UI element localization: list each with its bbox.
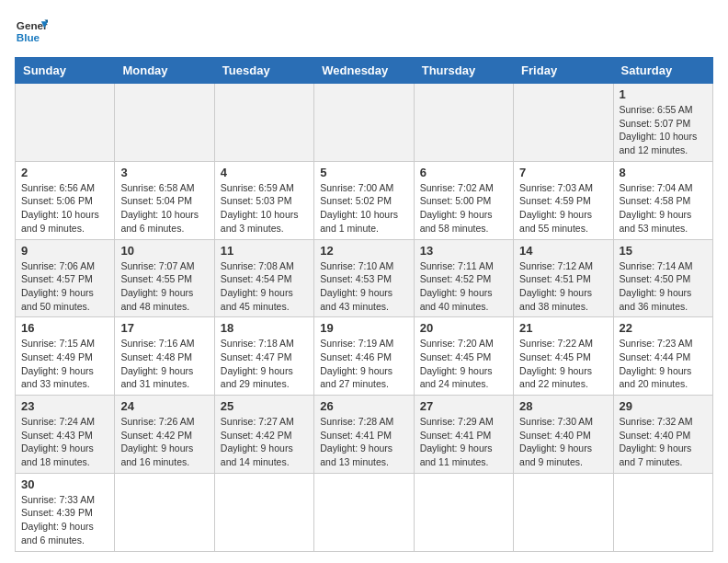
day-info: Sunrise: 7:07 AM Sunset: 4:55 PM Dayligh… bbox=[120, 259, 208, 314]
day-number: 25 bbox=[221, 399, 308, 413]
day-number: 28 bbox=[519, 399, 607, 413]
calendar-cell: 21Sunrise: 7:22 AM Sunset: 4:45 PM Dayli… bbox=[514, 317, 613, 396]
day-info: Sunrise: 7:06 AM Sunset: 4:57 PM Dayligh… bbox=[21, 259, 108, 314]
calendar-cell: 26Sunrise: 7:28 AM Sunset: 4:41 PM Dayli… bbox=[314, 396, 414, 474]
day-number: 2 bbox=[21, 166, 108, 179]
calendar-cell bbox=[613, 473, 712, 551]
calendar-cell bbox=[314, 473, 414, 551]
calendar-cell: 23Sunrise: 7:24 AM Sunset: 4:43 PM Dayli… bbox=[16, 396, 115, 474]
day-info: Sunrise: 7:12 AM Sunset: 4:51 PM Dayligh… bbox=[519, 259, 607, 314]
day-number: 9 bbox=[21, 244, 108, 258]
day-number: 16 bbox=[21, 321, 108, 335]
calendar-cell: 19Sunrise: 7:19 AM Sunset: 4:46 PM Dayli… bbox=[314, 317, 414, 396]
day-number: 5 bbox=[320, 166, 407, 179]
calendar-cell bbox=[314, 84, 414, 162]
day-number: 27 bbox=[420, 399, 507, 413]
calendar-cell: 29Sunrise: 7:32 AM Sunset: 4:40 PM Dayli… bbox=[613, 396, 712, 474]
calendar-cell: 17Sunrise: 7:16 AM Sunset: 4:48 PM Dayli… bbox=[115, 317, 214, 396]
day-number: 10 bbox=[120, 244, 208, 258]
calendar-week-3: 9Sunrise: 7:06 AM Sunset: 4:57 PM Daylig… bbox=[16, 239, 713, 317]
day-info: Sunrise: 7:33 AM Sunset: 4:39 PM Dayligh… bbox=[21, 493, 108, 547]
day-info: Sunrise: 7:20 AM Sunset: 4:45 PM Dayligh… bbox=[420, 337, 507, 391]
day-number: 26 bbox=[320, 399, 407, 413]
weekday-header-thursday: Thursday bbox=[414, 58, 513, 84]
day-number: 7 bbox=[519, 166, 607, 179]
day-info: Sunrise: 6:58 AM Sunset: 5:04 PM Dayligh… bbox=[120, 181, 208, 236]
day-info: Sunrise: 7:26 AM Sunset: 4:42 PM Dayligh… bbox=[120, 415, 208, 469]
day-info: Sunrise: 7:00 AM Sunset: 5:02 PM Dayligh… bbox=[320, 181, 407, 236]
calendar-cell: 13Sunrise: 7:11 AM Sunset: 4:52 PM Dayli… bbox=[414, 239, 513, 317]
calendar-week-5: 23Sunrise: 7:24 AM Sunset: 4:43 PM Dayli… bbox=[16, 396, 713, 474]
calendar-cell: 3Sunrise: 6:58 AM Sunset: 5:04 PM Daylig… bbox=[115, 161, 214, 239]
calendar-cell: 9Sunrise: 7:06 AM Sunset: 4:57 PM Daylig… bbox=[16, 239, 115, 317]
day-info: Sunrise: 7:23 AM Sunset: 4:44 PM Dayligh… bbox=[620, 337, 707, 391]
day-number: 23 bbox=[21, 399, 108, 413]
calendar-cell: 22Sunrise: 7:23 AM Sunset: 4:44 PM Dayli… bbox=[613, 317, 712, 396]
day-info: Sunrise: 7:30 AM Sunset: 4:40 PM Dayligh… bbox=[519, 415, 607, 469]
day-info: Sunrise: 7:27 AM Sunset: 4:42 PM Dayligh… bbox=[221, 415, 308, 469]
day-number: 1 bbox=[620, 87, 707, 101]
day-number: 12 bbox=[320, 244, 407, 258]
day-number: 13 bbox=[420, 244, 507, 258]
day-info: Sunrise: 7:24 AM Sunset: 4:43 PM Dayligh… bbox=[21, 415, 108, 469]
calendar-cell bbox=[214, 473, 313, 551]
day-info: Sunrise: 7:03 AM Sunset: 4:59 PM Dayligh… bbox=[519, 181, 607, 236]
day-info: Sunrise: 7:16 AM Sunset: 4:48 PM Dayligh… bbox=[120, 337, 208, 391]
day-number: 30 bbox=[21, 477, 108, 491]
weekday-header-tuesday: Tuesday bbox=[214, 58, 313, 84]
calendar-cell: 27Sunrise: 7:29 AM Sunset: 4:41 PM Dayli… bbox=[414, 396, 513, 474]
calendar-cell: 4Sunrise: 6:59 AM Sunset: 5:03 PM Daylig… bbox=[214, 161, 313, 239]
header: General Blue bbox=[15, 15, 713, 48]
day-number: 17 bbox=[120, 321, 208, 335]
day-info: Sunrise: 7:11 AM Sunset: 4:52 PM Dayligh… bbox=[420, 259, 507, 314]
calendar-week-4: 16Sunrise: 7:15 AM Sunset: 4:49 PM Dayli… bbox=[16, 317, 713, 396]
day-number: 6 bbox=[420, 166, 507, 179]
day-info: Sunrise: 7:18 AM Sunset: 4:47 PM Dayligh… bbox=[221, 337, 308, 391]
calendar-cell: 25Sunrise: 7:27 AM Sunset: 4:42 PM Dayli… bbox=[214, 396, 313, 474]
day-info: Sunrise: 6:56 AM Sunset: 5:06 PM Dayligh… bbox=[21, 181, 108, 236]
calendar-cell: 5Sunrise: 7:00 AM Sunset: 5:02 PM Daylig… bbox=[314, 161, 414, 239]
calendar-body: 1Sunrise: 6:55 AM Sunset: 5:07 PM Daylig… bbox=[16, 84, 713, 552]
calendar-cell: 24Sunrise: 7:26 AM Sunset: 4:42 PM Dayli… bbox=[115, 396, 214, 474]
day-info: Sunrise: 7:04 AM Sunset: 4:58 PM Dayligh… bbox=[620, 181, 707, 236]
day-info: Sunrise: 7:29 AM Sunset: 4:41 PM Dayligh… bbox=[420, 415, 507, 469]
day-info: Sunrise: 6:55 AM Sunset: 5:07 PM Dayligh… bbox=[620, 103, 707, 157]
svg-text:Blue: Blue bbox=[17, 31, 40, 43]
day-number: 8 bbox=[620, 166, 707, 179]
calendar-cell bbox=[514, 84, 613, 162]
calendar-cell: 11Sunrise: 7:08 AM Sunset: 4:54 PM Dayli… bbox=[214, 239, 313, 317]
day-info: Sunrise: 7:28 AM Sunset: 4:41 PM Dayligh… bbox=[320, 415, 407, 469]
calendar-cell: 12Sunrise: 7:10 AM Sunset: 4:53 PM Dayli… bbox=[314, 239, 414, 317]
day-info: Sunrise: 7:02 AM Sunset: 5:00 PM Dayligh… bbox=[420, 181, 507, 236]
calendar-cell: 7Sunrise: 7:03 AM Sunset: 4:59 PM Daylig… bbox=[514, 161, 613, 239]
calendar-cell: 16Sunrise: 7:15 AM Sunset: 4:49 PM Dayli… bbox=[16, 317, 115, 396]
day-number: 15 bbox=[620, 244, 707, 258]
day-number: 18 bbox=[221, 321, 308, 335]
calendar-cell bbox=[414, 84, 513, 162]
svg-text:General: General bbox=[17, 19, 48, 31]
weekday-header-sunday: Sunday bbox=[16, 58, 115, 84]
day-info: Sunrise: 7:10 AM Sunset: 4:53 PM Dayligh… bbox=[320, 259, 407, 314]
calendar-cell: 6Sunrise: 7:02 AM Sunset: 5:00 PM Daylig… bbox=[414, 161, 513, 239]
day-info: Sunrise: 7:19 AM Sunset: 4:46 PM Dayligh… bbox=[320, 337, 407, 391]
calendar-cell: 18Sunrise: 7:18 AM Sunset: 4:47 PM Dayli… bbox=[214, 317, 313, 396]
calendar-cell bbox=[214, 84, 313, 162]
calendar-cell: 30Sunrise: 7:33 AM Sunset: 4:39 PM Dayli… bbox=[16, 473, 115, 551]
calendar-cell: 15Sunrise: 7:14 AM Sunset: 4:50 PM Dayli… bbox=[613, 239, 712, 317]
day-number: 19 bbox=[320, 321, 407, 335]
day-info: Sunrise: 6:59 AM Sunset: 5:03 PM Dayligh… bbox=[221, 181, 308, 236]
calendar-week-2: 2Sunrise: 6:56 AM Sunset: 5:06 PM Daylig… bbox=[16, 161, 713, 239]
logo: General Blue bbox=[15, 15, 48, 48]
day-number: 4 bbox=[221, 166, 308, 179]
day-info: Sunrise: 7:32 AM Sunset: 4:40 PM Dayligh… bbox=[620, 415, 707, 469]
weekday-header-saturday: Saturday bbox=[613, 58, 712, 84]
day-number: 22 bbox=[620, 321, 707, 335]
day-number: 3 bbox=[120, 166, 208, 179]
calendar: SundayMondayTuesdayWednesdayThursdayFrid… bbox=[15, 57, 713, 552]
calendar-cell: 10Sunrise: 7:07 AM Sunset: 4:55 PM Dayli… bbox=[115, 239, 214, 317]
calendar-cell bbox=[115, 84, 214, 162]
day-info: Sunrise: 7:22 AM Sunset: 4:45 PM Dayligh… bbox=[519, 337, 607, 391]
calendar-cell: 14Sunrise: 7:12 AM Sunset: 4:51 PM Dayli… bbox=[514, 239, 613, 317]
day-number: 29 bbox=[620, 399, 707, 413]
weekday-header-monday: Monday bbox=[115, 58, 214, 84]
